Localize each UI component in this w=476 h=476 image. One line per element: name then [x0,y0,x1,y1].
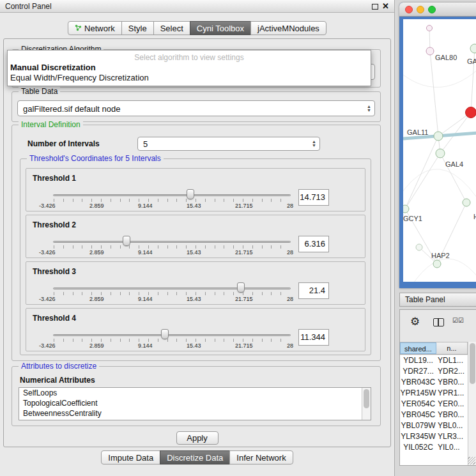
threshold-slider[interactable]: -3.4262.8599.14415.4321.71528 [39,188,293,211]
table-panel: ⚙ ☑☑ shared... n... YDL19...YDL1...YDR27… [399,309,476,466]
network-node-gal11[interactable] [434,132,443,141]
network-node-gal4[interactable] [436,149,445,158]
attribute-item-betweennesscentrality[interactable]: BetweennessCentrality [19,408,371,418]
column-header-shared-name[interactable]: shared... [400,342,436,354]
tick-label: 9.144 [138,249,153,256]
network-node-label: HAP2 [431,252,450,259]
tab-label: Network [84,24,115,33]
table-scrollbar-thumb[interactable] [470,343,475,384]
tab-impute-data[interactable]: Impute Data [101,450,160,464]
cell-name: YLR3... [436,431,468,442]
network-node-gcy1[interactable] [403,205,409,213]
popup-item-manual-discretization[interactable]: Manual Discretization [8,62,371,72]
tab-select[interactable]: Select [153,21,190,35]
gear-icon[interactable]: ⚙ [410,315,420,328]
cell-shared-name: YBR043C [400,377,436,388]
network-edge[interactable] [430,51,438,136]
slider-thumb-icon[interactable] [187,189,194,199]
threshold-slider[interactable]: -3.4262.8599.14415.4321.71528 [39,328,293,351]
close-icon[interactable]: ✕ [382,1,389,11]
attributes-scrollbar[interactable] [362,388,371,420]
screen: Control Panel ✕ NetworkStyleSelectCyni T… [0,0,476,476]
columns-icon[interactable] [433,318,444,326]
network-edge[interactable] [405,153,440,209]
select-columns-icon[interactable]: ☑☑ [452,317,464,324]
attributes-scrollbar-thumb[interactable] [364,389,369,408]
network-node[interactable] [416,244,422,250]
threshold-box-3: Threshold 3-3.4262.8599.14415.4321.71528… [26,261,365,305]
network-node-gal80[interactable] [426,47,434,55]
close-traffic-light-icon[interactable] [405,6,413,13]
network-node-label: GAL80 [435,54,457,61]
slider-thumb-icon[interactable] [161,329,169,339]
cell-name: YBR0... [436,410,468,420]
attribute-item-topologicalcoefficient[interactable]: TopologicalCoefficient [19,398,371,408]
network-view-window: GAL80GAL8GAL11GAL4GCY1HHAP2 [399,3,476,288]
network-edge[interactable] [405,136,438,209]
cell-shared-name: YER054C [400,399,436,410]
table-data-combobox[interactable]: galFiltered.sif default node ▲▼ [17,100,375,116]
slider-tick-labels: -3.4262.8599.14415.4321.71528 [39,342,293,349]
threshold-value-field[interactable]: 11.344 [298,329,329,346]
cyni-toolbox-panel: Discretization Algorithm ▲▼ Select algor… [3,38,391,447]
threshold-slider[interactable]: -3.4262.8599.14415.4321.71528 [39,234,293,257]
table-row[interactable]: YIL052CYIL0... [400,442,468,453]
table-row[interactable]: YDR27...YDR2... [400,366,468,377]
interval-group-title: Interval Definition [19,120,83,129]
table-row[interactable]: YER054CYER0... [400,399,468,410]
network-canvas[interactable]: GAL80GAL8GAL11GAL4GCY1HHAP2 [403,19,476,282]
threshold-slider[interactable]: -3.4262.8599.14415.4321.71528 [39,281,293,304]
table-panel-header[interactable]: Table Panel [399,293,476,307]
apply-button[interactable]: Apply [176,431,219,445]
tab-infer-network[interactable]: Infer Network [229,450,293,464]
float-window-icon[interactable] [372,4,378,10]
table-row[interactable]: YPR145WYPR1... [400,388,468,399]
network-node-h[interactable] [463,199,470,206]
table-row[interactable]: YBR043CYBR0... [400,377,468,388]
zoom-traffic-light-icon[interactable] [428,6,436,13]
network-node[interactable] [466,107,476,118]
tab-label: Select [160,24,183,33]
network-node-label: GCY1 [403,215,422,222]
slider-thumb-icon[interactable] [123,236,130,246]
attribute-item-selfloops[interactable]: SelfLoops [19,388,371,398]
network-node-gal8[interactable] [470,44,476,53]
network-node-hap2[interactable] [433,260,441,268]
checkbox-icon: ☑ [452,317,458,324]
table-data-group-title: Table Data [19,87,60,96]
tab-style[interactable]: Style [121,21,154,35]
threshold-value-field[interactable]: 6.316 [298,236,329,252]
tab-discretize-data[interactable]: Discretize Data [160,450,230,464]
threshold-box-2: Threshold 2-3.4262.8599.14415.4321.71528… [26,215,365,258]
num-intervals-combobox[interactable]: 5 ▲▼ [137,137,320,151]
resize-grip[interactable] [468,457,475,464]
table-row[interactable]: YBR045CYBR0... [400,410,468,420]
cell-shared-name: YIL052C [400,442,436,453]
table-panel-title: Table Panel [400,293,476,306]
table-row[interactable]: YLR345WYLR3... [400,431,468,442]
minimize-traffic-light-icon[interactable] [417,6,424,13]
attributes-group-title: Attributes to discretize [19,362,99,371]
network-window-titlebar[interactable] [399,3,476,17]
network-edge-arc[interactable] [406,259,476,282]
threshold-box-1: Threshold 1-3.4262.8599.14415.4321.71528… [26,168,365,211]
network-node[interactable] [427,26,433,31]
table-row[interactable]: YDL19...YDL1... [400,355,468,366]
popup-item-equal-width-frequency-discretization[interactable]: Equal Width/Frequency Discretization [8,72,371,82]
algorithm-popup-prompt: Select algorithm to view settings [8,53,371,62]
tab-network[interactable]: Network [68,21,122,35]
tab-jactivemnodules[interactable]: jActiveMNodules [250,21,326,35]
cell-shared-name: YPR145W [400,388,436,399]
column-header-name[interactable]: n... [436,342,468,354]
threshold-value-field[interactable]: 14.713 [298,189,329,206]
slider-thumb-icon[interactable] [237,282,245,293]
cell-name: YER0... [436,399,468,410]
table-scrollbar[interactable] [468,342,476,465]
table-row[interactable]: YBL079WYBL0... [400,420,468,431]
tick-label: 9.144 [138,342,153,349]
tick-label: 9.144 [138,203,153,209]
tab-cyni-toolbox[interactable]: Cyni Toolbox [190,21,251,35]
threshold-label: Threshold 4 [33,314,76,323]
threshold-value-field[interactable]: 21.4 [298,282,329,299]
attributes-group: Attributes to discretize Numerical Attri… [12,366,381,426]
